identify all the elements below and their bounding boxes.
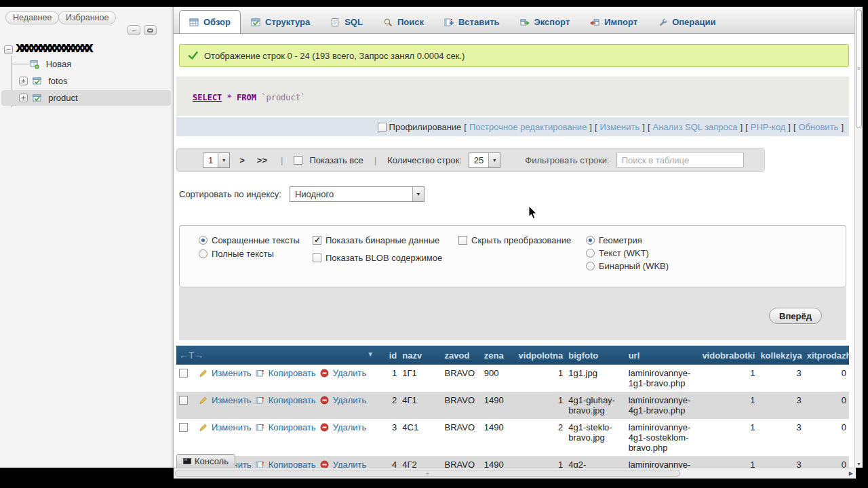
collapse-db-icon[interactable]: −: [4, 45, 13, 54]
column-header-zavod[interactable]: zavod: [442, 346, 481, 365]
chevron-down-icon: ▼: [412, 187, 424, 201]
column-header-xitprodazh[interactable]: xitprodazh: [804, 346, 849, 365]
wkb-option[interactable]: Бинарный (WKB): [586, 261, 669, 271]
expand-icon[interactable]: +: [19, 77, 28, 85]
tab-export[interactable]: Экспорт: [510, 10, 580, 33]
show-blob-checkbox[interactable]: [313, 253, 321, 262]
tab-insert[interactable]: Вставить: [434, 10, 510, 33]
delete-row-link[interactable]: Удалить: [333, 422, 367, 432]
copy-row-link[interactable]: Копировать: [269, 460, 316, 468]
next-page-button[interactable]: >: [237, 155, 248, 165]
page-select[interactable]: 1 ▼: [203, 152, 230, 168]
sort-index-select[interactable]: Ниодного ▼: [290, 186, 425, 202]
horizontal-scrollbar-thumb[interactable]: ≡: [175, 470, 680, 477]
row-checkbox[interactable]: [179, 396, 188, 405]
vertical-scrollbar-thumb[interactable]: ≡: [856, 9, 862, 128]
column-header-vidobrabotki[interactable]: vidobrabotki: [699, 346, 757, 365]
tab-operations[interactable]: Операции: [648, 10, 726, 33]
profiling-label: Профилирование: [389, 122, 462, 132]
cell-id: 2: [379, 392, 399, 419]
collapse-all-button[interactable]: −: [127, 25, 140, 35]
row-checkbox[interactable]: [179, 423, 188, 432]
sort-by-index-row: Сортировать по индексу: Ниодного ▼: [179, 186, 425, 202]
query-links-bar: Профилирование [ Построчное редактирован…: [176, 117, 849, 136]
sidebar-item-table-fotos[interactable]: + fotos: [19, 75, 67, 86]
link-panel-button[interactable]: [144, 25, 157, 35]
success-check-icon: [188, 51, 199, 60]
column-header-id[interactable]: id: [379, 346, 399, 365]
filter-rows-input[interactable]: [616, 152, 744, 168]
wkt-option[interactable]: Текст (WKT): [586, 248, 669, 258]
console-button[interactable]: Консоль: [176, 454, 235, 468]
table-row: Изменить Копировать Удалить 2 4Г1 BRAVO …: [176, 392, 849, 419]
forward-button[interactable]: Вперёд: [769, 308, 822, 324]
php-code-link[interactable]: PHP-код: [751, 122, 785, 132]
tab-label: Поиск: [397, 17, 424, 27]
delete-row-link[interactable]: Удалить: [333, 395, 367, 405]
tab-browse[interactable]: Обзор: [179, 10, 241, 33]
profiling-checkbox[interactable]: [378, 123, 387, 131]
favorite-tables-button[interactable]: Избранное: [58, 11, 116, 24]
hide-transform-checkbox[interactable]: [458, 236, 467, 245]
row-checkbox[interactable]: [179, 369, 188, 378]
column-header-kollekziya[interactable]: kollekziya: [757, 346, 804, 365]
partial-texts-option[interactable]: Сокращенные тексты: [199, 235, 313, 245]
last-page-button[interactable]: >>: [254, 155, 270, 165]
copy-row-link[interactable]: Копировать: [269, 422, 316, 432]
sort-desc-icon[interactable]: ▼: [367, 350, 374, 358]
row-actions: Изменить Копировать Удалить: [179, 368, 376, 378]
edit-row-link[interactable]: Изменить: [212, 422, 252, 432]
column-header-bigfoto[interactable]: bigfoto: [566, 346, 625, 365]
column-header-url[interactable]: url: [626, 346, 699, 365]
show-blob-option[interactable]: Показать BLOB содержимое: [313, 253, 458, 263]
screen: Недавнее Избранное − −XXXXXXXXXXXXXXXX Н…: [0, 0, 868, 488]
tab-import[interactable]: Импорт: [580, 10, 648, 33]
column-header-vidpolotna[interactable]: vidpolotna: [511, 346, 566, 365]
scroll-down-arrow[interactable]: ▼: [856, 462, 861, 466]
copy-row-link[interactable]: Копировать: [269, 368, 316, 378]
recent-tables-button[interactable]: Недавнее: [5, 11, 59, 24]
column-header-zena[interactable]: zena: [481, 346, 511, 365]
sidebar-item-new-table[interactable]: Новая: [30, 58, 71, 69]
tab-structure[interactable]: Структура: [241, 10, 320, 33]
wkb-radio[interactable]: [586, 262, 595, 270]
tab-sql[interactable]: SQL: [320, 10, 373, 33]
show-binary-option[interactable]: Показать бинарные данные: [313, 235, 458, 245]
edit-link[interactable]: Изменить: [600, 122, 640, 132]
horizontal-scrollbar[interactable]: ≡ ▶: [174, 468, 856, 479]
cell-zena: 1490: [481, 419, 511, 456]
delete-row-link[interactable]: Удалить: [333, 460, 367, 468]
database-name: XXXXXXXXXXXXXXXX: [16, 42, 94, 55]
show-binary-checkbox[interactable]: [313, 236, 321, 245]
database-tree-item[interactable]: −XXXXXXXXXXXXXXXX: [4, 42, 94, 56]
sidebar-item-table-product[interactable]: + product: [19, 92, 78, 103]
copy-row-link[interactable]: Копировать: [269, 395, 316, 405]
cell-zena: 900: [481, 365, 511, 392]
wrench-icon: [658, 18, 667, 27]
show-all-checkbox[interactable]: [294, 156, 302, 165]
vertical-scrollbar[interactable]: ≡ ▼: [854, 7, 863, 468]
edit-row-link[interactable]: Изменить: [212, 368, 252, 378]
column-header-nazv[interactable]: nazv: [399, 346, 441, 365]
cell-vidobrabotki: 1: [699, 365, 757, 392]
edit-row-link[interactable]: Изменить: [212, 395, 252, 405]
sql-select-keyword[interactable]: SELECT: [193, 93, 222, 102]
tab-search[interactable]: Поиск: [373, 10, 434, 33]
explain-sql-link[interactable]: Анализ SQL запроса: [653, 122, 738, 132]
expand-icon[interactable]: +: [19, 94, 28, 102]
geometry-radio[interactable]: [586, 236, 595, 245]
geometry-option[interactable]: Геометрия: [586, 235, 669, 245]
delete-row-link[interactable]: Удалить: [333, 368, 367, 378]
bracket: [: [648, 122, 650, 132]
rows-count-select[interactable]: 25 ▼: [469, 152, 500, 168]
inline-edit-link[interactable]: Построчное редактирование: [469, 122, 587, 132]
wkt-radio[interactable]: [586, 249, 595, 258]
hide-transform-option[interactable]: Скрыть преобразование: [458, 235, 586, 245]
bracket: [: [793, 122, 796, 132]
scroll-right-arrow[interactable]: ▶: [849, 470, 853, 476]
partial-texts-radio[interactable]: [199, 236, 208, 245]
row-options-icon[interactable]: ←T→: [179, 350, 204, 361]
refresh-link[interactable]: Обновить: [799, 122, 839, 132]
full-texts-radio[interactable]: [199, 249, 208, 258]
full-texts-option[interactable]: Полные тексты: [199, 249, 313, 259]
